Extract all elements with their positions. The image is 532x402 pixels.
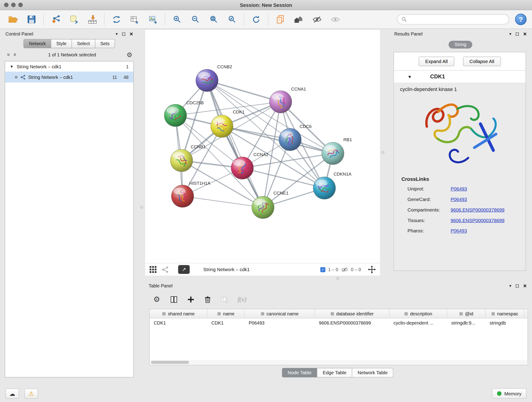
network-edge[interactable] <box>207 80 280 102</box>
column-header-name[interactable]: ▦name <box>207 309 245 318</box>
splitter-handle[interactable] <box>336 277 339 280</box>
create-column-button[interactable] <box>185 293 197 305</box>
horizontal-scrollbar[interactable] <box>150 360 527 364</box>
help-button[interactable]: ? <box>515 13 526 25</box>
close-panel-icon[interactable]: × <box>523 31 527 37</box>
crosslink-pharos-link[interactable]: P06493 <box>451 228 467 233</box>
crosslink-label: Compartments: <box>408 207 451 212</box>
minimize-window-button[interactable] <box>11 3 16 7</box>
maximize-panel-icon[interactable] <box>516 32 519 35</box>
maximize-panel-icon[interactable] <box>516 284 519 287</box>
node-label-HIST1H1A: HIST1H1A <box>189 181 210 186</box>
tab-string[interactable]: String <box>449 41 472 49</box>
tab-node-table[interactable]: Node Table <box>282 368 317 377</box>
control-tab-select[interactable]: Select <box>72 39 95 48</box>
save-session-button[interactable] <box>24 12 39 27</box>
expand-all-icon[interactable]: « <box>12 52 18 57</box>
hide-selected-button[interactable] <box>309 12 325 27</box>
import-network-from-database-button[interactable] <box>66 12 82 27</box>
network-node-CDC6[interactable] <box>279 128 301 151</box>
columns-icon <box>170 295 177 303</box>
splitter-handle[interactable] <box>140 206 143 209</box>
network-graph[interactable]: CCNB2CCNA1CDC25BCDK1CDC6RB1CCNB1CCNA2CDK… <box>145 30 380 263</box>
crosslink-uniprot-link[interactable]: P06493 <box>451 186 467 191</box>
float-panel-icon[interactable]: ▾ <box>509 32 511 36</box>
crosslink-genecard-link[interactable]: P06493 <box>451 196 467 202</box>
home-button[interactable] <box>291 12 306 27</box>
close-window-button[interactable] <box>4 3 8 7</box>
table-row[interactable]: CDK1CDK1P064939606.ENSP00000378699cyclin… <box>150 318 528 327</box>
warnings-button[interactable]: ⚠ <box>25 389 38 399</box>
export-table-button[interactable] <box>127 12 143 27</box>
copy-document-button[interactable] <box>272 12 288 27</box>
network-options-gear-icon[interactable]: ⚙ <box>127 51 132 58</box>
zoom-out-button[interactable] <box>188 12 203 27</box>
tab-edge-table[interactable]: Edge Table <box>317 368 352 377</box>
show-columns-button[interactable] <box>168 293 180 305</box>
zoom-in-button[interactable] <box>169 12 185 27</box>
network-edge[interactable] <box>207 80 263 207</box>
new-network-from-selection-button[interactable] <box>109 12 124 27</box>
collection-caret-icon[interactable]: ▼ <box>10 64 13 69</box>
float-panel-icon[interactable]: ▾ <box>509 283 511 288</box>
cloud-status-button[interactable]: ☁ <box>6 389 19 399</box>
column-header-database-identifier[interactable]: ▦database identifier <box>315 309 389 318</box>
network-node-CCNB1[interactable] <box>170 149 193 172</box>
network-node-CCNA2[interactable] <box>231 157 253 179</box>
network-node-CCNE1[interactable] <box>252 196 274 219</box>
import-table-from-file-button[interactable] <box>85 12 100 27</box>
tab-network-table[interactable]: Network Table <box>352 368 393 377</box>
column-header-canonical-name[interactable]: ▦canonical name <box>245 309 315 318</box>
close-panel-icon[interactable]: × <box>130 31 133 37</box>
control-tab-style[interactable]: Style <box>51 39 72 48</box>
network-edge[interactable] <box>183 196 263 207</box>
birdseye-view-button[interactable]: ↗ <box>178 265 190 274</box>
open-session-button[interactable] <box>6 12 21 27</box>
collapse-all-button[interactable]: Collapse All <box>463 57 501 66</box>
column-header-shared-name[interactable]: ▦shared name <box>150 309 207 318</box>
control-tab-sets[interactable]: Sets <box>95 39 115 48</box>
column-header-namespac[interactable]: ▦namespac <box>486 309 524 318</box>
maximize-panel-icon[interactable] <box>122 32 125 35</box>
node-table: ▦shared name▦name▦canonical name▦databas… <box>149 309 528 365</box>
delete-column-button[interactable] <box>202 293 214 305</box>
network-canvas[interactable]: CCNB2CCNA1CDC25BCDK1CDC6RB1CCNB1CCNA2CDK… <box>145 30 380 263</box>
search-input[interactable] <box>409 17 505 22</box>
crosslink-compartments-link[interactable]: 9606.ENSP00000378699 <box>451 207 505 212</box>
scrollbar-thumb[interactable] <box>151 361 189 364</box>
column-header--id[interactable]: ▦@id <box>447 309 486 318</box>
grid-view-icon[interactable] <box>149 266 157 274</box>
crosslink-tissues-link[interactable]: 9606.ENSP00000378699 <box>451 217 505 223</box>
network-row-selected[interactable]: String Network – cdk1 11 48 <box>5 71 133 82</box>
control-tab-network[interactable]: Network <box>24 39 51 48</box>
selected-checkbox[interactable]: ✓ <box>320 267 325 272</box>
table-options-button[interactable]: ⚙ <box>151 293 163 305</box>
zoom-window-button[interactable] <box>18 3 23 7</box>
memory-button[interactable]: Memory <box>492 388 526 399</box>
float-panel-icon[interactable]: ▾ <box>116 32 118 36</box>
table-header-row: ▦shared name▦name▦canonical name▦databas… <box>150 309 528 318</box>
splitter-handle[interactable] <box>381 151 385 154</box>
network-selection-summary: 1 of 1 Network selected <box>19 52 125 57</box>
export-image-button[interactable] <box>145 12 161 27</box>
collapse-all-icon[interactable]: » <box>6 52 12 57</box>
network-node-CCNB2[interactable] <box>196 69 218 92</box>
network-node-HIST1H1A[interactable] <box>171 185 194 207</box>
expand-all-button[interactable]: Expand All <box>419 57 454 66</box>
gene-entry-header[interactable]: ▼ CDK1 <box>394 70 526 83</box>
network-node-CCNA1[interactable] <box>269 90 292 113</box>
zoom-fit-button[interactable] <box>206 12 222 27</box>
zoom-selected-button[interactable] <box>224 12 240 27</box>
network-collection-row[interactable]: ▼ String Network – cdk1 1 <box>5 61 133 71</box>
network-node-CDKN1A[interactable] <box>313 177 336 199</box>
network-node-RB1[interactable] <box>322 142 344 165</box>
column-label: name <box>223 311 234 316</box>
pan-move-icon[interactable] <box>368 265 376 274</box>
network-node-CDC25B[interactable] <box>164 104 187 127</box>
import-network-from-file-button[interactable] <box>48 12 63 27</box>
close-panel-icon[interactable]: × <box>523 283 527 288</box>
apply-layout-button[interactable] <box>248 12 264 27</box>
column-header-description[interactable]: ▦description <box>389 309 447 318</box>
network-node-CDK1[interactable] <box>211 115 233 138</box>
entry-caret-icon[interactable]: ▼ <box>408 74 412 79</box>
